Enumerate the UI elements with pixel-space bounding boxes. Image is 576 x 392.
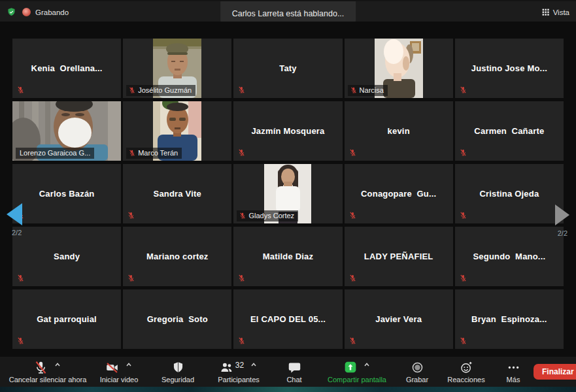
- mic-muted-icon: [349, 337, 356, 344]
- toolbar-record[interactable]: Grabar: [395, 357, 439, 387]
- mic-muted-icon: [238, 337, 245, 344]
- toolbar-security[interactable]: Seguridad: [148, 357, 208, 387]
- participant-tile[interactable]: Jazmín Mosquera: [233, 101, 342, 161]
- participants-icon: [220, 361, 233, 374]
- toolbar-label: Cancelar silenciar ahora: [9, 376, 87, 384]
- participant-tile[interactable]: Taty: [233, 39, 342, 98]
- record-icon: [411, 361, 424, 374]
- share-icon: [344, 361, 357, 374]
- participant-name-label: Narcisa: [348, 85, 388, 96]
- participant-tile[interactable]: Gat parroquial: [12, 289, 121, 349]
- participant-name: Carlos Bazán: [12, 164, 121, 223]
- participant-name: Josélito Guzmán: [138, 86, 192, 95]
- mic-muted-icon: [129, 87, 135, 93]
- participant-tile[interactable]: Kenia Orellana...: [12, 39, 121, 98]
- participant-name: kevin: [345, 101, 453, 161]
- chevron-up-icon[interactable]: [54, 361, 61, 368]
- meeting-top-bar: Grabando Carlos Larreta está hablando...…: [0, 0, 576, 23]
- mic-muted-icon: [460, 337, 467, 344]
- video-art-shape: [383, 79, 415, 98]
- mic-muted-icon: [349, 149, 356, 156]
- participant-tile[interactable]: El CAPO DEL 05...: [233, 289, 342, 349]
- participant-name: Conagopare Gu...: [345, 164, 453, 223]
- participant-name: Segundo Mano...: [455, 227, 564, 286]
- participant-name: Mariano cortez: [123, 227, 231, 286]
- participant-name: Taty: [233, 39, 342, 98]
- page-indicator: 2/2: [12, 229, 22, 237]
- participant-name: Narcisa: [360, 86, 384, 95]
- encryption-shield-icon[interactable]: [7, 7, 16, 17]
- desktop-strip: [0, 387, 576, 392]
- view-button[interactable]: Vista: [541, 1, 569, 23]
- participant-tile[interactable]: Marco Terán: [123, 101, 231, 161]
- participant-tile[interactable]: Segundo Mano...: [455, 227, 564, 286]
- participant-tile[interactable]: Lorenzo Garaicoa G...: [12, 101, 121, 161]
- participant-name: LADY PEÑAFIEL: [345, 227, 453, 286]
- mic-muted-icon: [17, 337, 24, 344]
- participant-tile[interactable]: Bryan Espinoza...: [455, 289, 564, 349]
- mic-muted-icon: [349, 274, 356, 282]
- participant-name: Marco Terán: [138, 149, 178, 157]
- toolbar-participants[interactable]: 32Participantes: [208, 357, 269, 387]
- participant-tile[interactable]: Josélito Guzmán: [123, 39, 231, 98]
- participant-tile[interactable]: Carmen Cañarte: [455, 101, 564, 161]
- participant-tile[interactable]: Matilde Diaz: [233, 227, 342, 286]
- participant-tile[interactable]: LADY PEÑAFIEL: [345, 227, 453, 286]
- participant-tile[interactable]: Carlos Bazán: [12, 164, 121, 223]
- end-button[interactable]: Finalizar: [534, 364, 576, 380]
- toolbar-label: Seguridad: [161, 376, 194, 384]
- mic-muted-icon: [460, 86, 467, 93]
- mic-muted-icon: [34, 361, 48, 374]
- participant-tile[interactable]: Mariano cortez: [123, 227, 231, 286]
- video-art-shape: [108, 101, 121, 161]
- toolbar-reactions[interactable]: Reacciones: [439, 357, 493, 387]
- participant-name: Gat parroquial: [12, 289, 121, 349]
- video-art-shape: [175, 127, 180, 129]
- participant-tile[interactable]: Sandra Vite: [123, 164, 231, 223]
- mic-muted-icon: [127, 212, 135, 219]
- chevron-up-icon[interactable]: [363, 361, 371, 368]
- chevron-up-icon[interactable]: [250, 361, 258, 368]
- video-art-shape: [75, 113, 84, 116]
- participant-tile[interactable]: Gregoria Soto: [123, 289, 231, 349]
- prev-page-arrow[interactable]: [7, 203, 22, 225]
- video-art-shape: [61, 113, 70, 116]
- chat-icon: [288, 361, 301, 374]
- toolbar-label: Chat: [286, 376, 301, 384]
- participant-tile[interactable]: Narcisa: [345, 39, 453, 98]
- participant-tile[interactable]: Justino Jose Mo...: [455, 39, 564, 98]
- reactions-icon: [460, 361, 473, 374]
- participant-tile[interactable]: Javier Vera: [345, 289, 453, 349]
- participant-name: El CAPO DEL 05...: [233, 289, 342, 349]
- participant-name: Gregoria Soto: [123, 289, 231, 349]
- toolbar-mute[interactable]: Cancelar silenciar ahora: [5, 357, 90, 387]
- participant-name: Sandra Vite: [123, 164, 231, 223]
- shield-icon: [171, 361, 185, 374]
- active-speaker-text: Carlos Larreta está hablando...: [232, 9, 345, 18]
- participant-tile[interactable]: Sandy: [12, 227, 121, 286]
- toolbar-label: Iniciar video: [100, 376, 139, 384]
- participant-name: Javier Vera: [345, 289, 453, 349]
- participant-tile[interactable]: kevin: [345, 101, 453, 161]
- toolbar-label: Compartir pantalla: [328, 376, 386, 384]
- video-art-shape: [175, 69, 180, 71]
- toolbar-chat[interactable]: Chat: [269, 357, 319, 387]
- toolbar-video[interactable]: Iniciar video: [90, 357, 148, 387]
- participant-tile[interactable]: Conagopare Gu...: [345, 164, 453, 223]
- video-muted-icon: [105, 361, 119, 374]
- participant-tile[interactable]: Gladys Cortez: [233, 164, 342, 223]
- toolbar-more[interactable]: Más: [493, 357, 534, 387]
- participant-name: Carmen Cañarte: [455, 101, 564, 161]
- video-art-shape: [171, 61, 175, 63]
- toolbar-share[interactable]: Compartir pantalla: [319, 357, 395, 387]
- participant-tile[interactable]: Cristina Ojeda: [455, 164, 564, 223]
- participant-name-label: Josélito Guzmán: [126, 85, 195, 96]
- chevron-up-icon[interactable]: [125, 361, 133, 368]
- toolbar-label: Más: [507, 376, 520, 384]
- more-icon: [507, 361, 520, 374]
- next-page-arrow[interactable]: [555, 204, 569, 225]
- participant-name-label: Marco Terán: [126, 148, 182, 159]
- view-label: Vista: [553, 8, 569, 16]
- mic-muted-icon: [238, 274, 245, 282]
- toolbar-label: Grabar: [406, 376, 428, 384]
